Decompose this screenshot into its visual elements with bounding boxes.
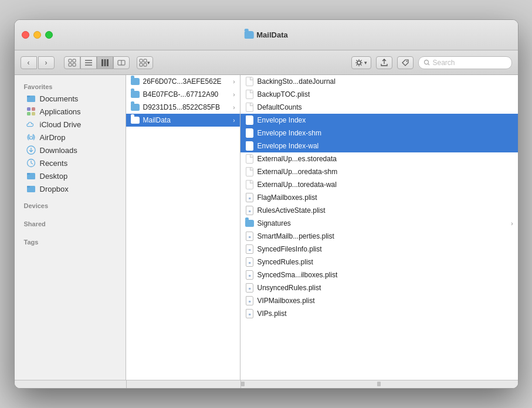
search-box[interactable]: Search [418,56,512,69]
maximize-button[interactable] [45,31,53,39]
list-item[interactable]: D9231D15...8522C85FB › [126,101,240,114]
view-grid-button[interactable]: ▾ [137,56,153,69]
view-cover-button[interactable] [113,56,130,69]
applications-icon [26,107,36,116]
minimize-button[interactable] [33,31,41,39]
column-2: BackingSto...dateJournal BackupTOC.plist… [240,75,518,380]
list-item[interactable]: Signatures › [240,217,518,230]
list-item[interactable]: Envelope Index-shm [240,127,518,140]
list-item[interactable]: VIPMailboxes.plist [240,294,518,307]
view-list-svg [84,59,93,67]
view-icon-button[interactable] [64,56,80,69]
file-icon [245,90,255,98]
sidebar-item-recents[interactable]: Recents [17,157,123,169]
svg-rect-2 [69,63,72,66]
list-item[interactable]: SyncedFilesInfo.plist [240,243,518,256]
desktop-icon [26,171,36,181]
list-item[interactable]: RulesActiveState.plist [240,204,518,217]
tag-button[interactable] [397,56,414,69]
close-button[interactable] [22,31,29,39]
sidebar-item-dropbox[interactable]: Dropbox [17,182,123,195]
share-icon [380,59,388,67]
sidebar: Favorites Documents [15,75,126,380]
action-button[interactable]: ▾ [351,56,371,69]
action-arrow-icon: ▾ [364,60,367,66]
svg-rect-22 [27,107,31,111]
folder-icon [245,219,255,227]
list-item[interactable]: 26F6D07C...3AEFE562E › [126,75,240,88]
svg-rect-24 [27,112,31,115]
list-item[interactable]: SyncedRules.plist [240,256,518,268]
sidebar-item-label: Downloads [40,146,77,155]
view-list-button[interactable] [80,56,97,69]
view-icon-svg [68,59,76,67]
sidebar-item-downloads[interactable]: Downloads [17,144,123,157]
svg-line-19 [428,63,429,65]
back-button[interactable]: ‹ [21,56,37,69]
list-item[interactable]: SyncedSma...ilboxes.plist [240,268,518,281]
plist-icon [245,284,255,292]
view-column-button[interactable] [97,56,113,69]
list-item[interactable]: BackupTOC.plist [240,88,518,101]
svg-rect-32 [27,186,30,188]
list-item[interactable]: UnsyncedRules.plist [240,281,518,294]
folder-icon [131,90,140,98]
list-item[interactable]: ExternalUp...toredata-wal [240,178,518,191]
chevron-icon: › [233,91,235,98]
svg-point-17 [406,60,407,62]
chevron-icon: › [233,79,235,85]
list-item[interactable]: MailData › [126,114,240,127]
sidebar-item-documents[interactable]: Documents [17,92,123,105]
svg-rect-23 [32,107,35,111]
nav-buttons: ‹ › [21,56,55,69]
plist-icon [245,206,255,215]
share-button[interactable] [376,56,392,69]
list-item[interactable]: B4E07FCB-...67712A90 › [126,88,240,101]
list-item[interactable]: DefaultCounts [240,101,518,114]
bottom-bar [15,380,518,388]
sidebar-item-desktop[interactable]: Desktop [17,169,123,182]
sidebar-item-icloud[interactable]: iCloud Drive [17,118,123,131]
list-item[interactable]: Envelope Index-wal [240,140,518,152]
folder-icon [131,77,140,86]
resize-handle-2[interactable] [377,382,381,386]
file-icon [245,77,255,86]
list-item[interactable]: BackingSto...dateJournal [240,75,518,88]
list-item[interactable]: ExternalUp...oredata-shm [240,165,518,178]
shared-label: Shared [15,217,126,229]
main-content: Favorites Documents [15,75,518,380]
svg-rect-9 [107,59,109,66]
airdrop-icon [26,132,36,142]
plist-icon [245,193,255,202]
svg-rect-0 [69,59,72,62]
forward-button[interactable]: › [38,56,55,69]
view-buttons [64,56,130,69]
list-item[interactable]: SmartMailb...perties.plist [240,230,518,243]
list-item[interactable]: FlagMailboxes.plist [240,191,518,204]
plist-icon [245,258,255,266]
titlebar: MailData [15,20,518,50]
recents-icon [26,158,36,168]
column-1: 26F6D07C...3AEFE562E › B4E07FCB-...67712… [126,75,240,380]
plist-icon [245,310,255,318]
resize-handle-1[interactable] [241,382,245,386]
devices-label: Devices [15,199,126,211]
toolbar: ‹ › [15,50,518,75]
svg-rect-21 [27,96,30,97]
svg-point-16 [357,61,361,64]
list-item[interactable]: VIPs.plist [240,307,518,320]
file-icon [245,129,255,137]
list-item[interactable]: Envelope Index [240,114,518,127]
plist-icon [245,245,255,253]
icloud-icon [26,120,36,129]
svg-rect-13 [144,59,147,62]
list-item[interactable]: ExternalUp...es.storedata [240,152,518,165]
file-icon [245,116,255,124]
svg-rect-14 [140,63,143,66]
traffic-lights [22,31,53,39]
view-cover-svg [117,59,126,67]
svg-rect-15 [144,63,147,66]
plist-icon [245,297,255,305]
sidebar-item-airdrop[interactable]: AirDrop [17,131,123,144]
sidebar-item-applications[interactable]: Applications [17,105,123,118]
